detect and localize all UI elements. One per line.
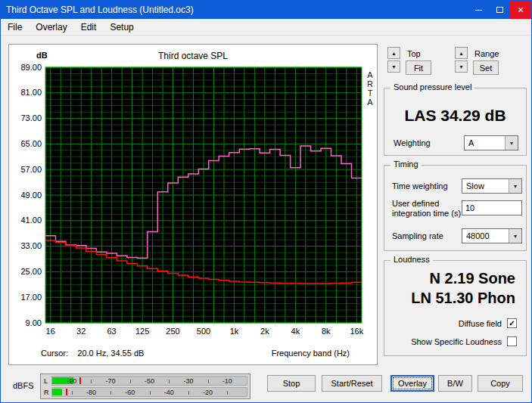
level-meter: L -90-70-50-30-10 R -80-60-40-20 <box>40 374 250 399</box>
fit-button[interactable]: Fit <box>406 60 431 75</box>
menu-file[interactable]: File <box>1 20 29 35</box>
title-bar[interactable]: Third Octave SPL and Loudness (Untitled.… <box>1 1 531 19</box>
chevron-down-icon[interactable]: ▼ <box>505 136 518 150</box>
sampling-rate-select[interactable]: 48000 ▼ <box>462 228 522 243</box>
range-down-button[interactable]: ▼ <box>455 60 468 73</box>
overlay-button[interactable]: Overlay <box>390 375 434 392</box>
specific-loudness-checkbox[interactable] <box>507 336 517 346</box>
minimize-icon <box>475 10 482 11</box>
arrow-up-icon: ▲ <box>391 51 397 56</box>
svg-text:2k: 2k <box>260 327 269 336</box>
top-label: Top <box>407 49 421 58</box>
svg-text:500: 500 <box>197 327 210 336</box>
time-weighting-label: Time weighting <box>392 181 448 191</box>
svg-text:65.00: 65.00 <box>20 139 42 148</box>
meter-peak-indicator <box>79 377 81 384</box>
x-axis-label: Frequency band (Hz) <box>272 349 350 358</box>
svg-text:1k: 1k <box>230 327 239 336</box>
meter-peak-indicator <box>66 389 67 395</box>
arrow-up-icon: ▲ <box>459 51 464 56</box>
svg-text:81.00: 81.00 <box>20 88 42 97</box>
svg-text:16k: 16k <box>350 327 363 336</box>
svg-text:73.00: 73.00 <box>20 113 42 122</box>
chevron-down-icon[interactable]: ▼ <box>509 179 521 193</box>
copy-button[interactable]: Copy <box>478 375 523 392</box>
weighting-select[interactable]: A ▼ <box>464 135 518 150</box>
start-reset-button[interactable]: Start/Reset <box>322 375 382 392</box>
maximize-icon <box>496 7 503 13</box>
caption-buttons: × <box>468 1 531 19</box>
svg-text:17.00: 17.00 <box>20 293 42 302</box>
menu-overlay[interactable]: Overlay <box>29 20 73 35</box>
stop-button[interactable]: Stop <box>267 375 316 392</box>
svg-text:89.00: 89.00 <box>20 63 42 72</box>
svg-text:57.00: 57.00 <box>20 165 42 174</box>
set-button[interactable]: Set <box>473 60 499 75</box>
phon-readout: LN 51.30 Phon <box>411 290 515 307</box>
integration-time-input[interactable] <box>462 200 522 215</box>
close-button[interactable]: × <box>510 1 531 19</box>
sone-readout: N 2.19 Sone <box>430 270 515 287</box>
diffuse-field-label: Diffuse field <box>459 319 502 328</box>
loudness-group-title: Loudness <box>390 255 433 264</box>
svg-text:33.00: 33.00 <box>20 241 42 250</box>
top-up-button[interactable]: ▲ <box>387 47 400 59</box>
meter-track-right: -80-60-40-20 <box>51 387 247 397</box>
specific-loudness-row: Show Specific Loudness <box>411 336 517 346</box>
svg-text:250: 250 <box>166 327 179 336</box>
svg-text:125: 125 <box>135 327 149 336</box>
arrow-down-icon: ▼ <box>391 64 397 70</box>
svg-text:8k: 8k <box>322 327 331 336</box>
app-window: Third Octave SPL and Loudness (Untitled.… <box>0 0 532 403</box>
svg-text:9.00: 9.00 <box>26 318 42 327</box>
diffuse-field-row: Diffuse field <box>459 318 517 328</box>
weighting-label: Weighting <box>394 138 431 147</box>
sampling-rate-label: Sampling rate <box>392 231 443 240</box>
menu-edit[interactable]: Edit <box>74 20 104 35</box>
spl-plot[interactable]: 89.0081.0073.0065.0057.0049.0041.0033.00… <box>11 61 375 346</box>
meter-fill <box>52 389 62 395</box>
time-weighting-value: Slow <box>462 179 509 193</box>
integration-time-label-line1: User defined <box>392 199 439 208</box>
chart-panel: dB Third octave SPL 89.0081.0073.0065.00… <box>8 44 378 365</box>
svg-text:4k: 4k <box>291 327 300 336</box>
timing-group: Timing Time weighting Slow ▼ User define… <box>384 165 527 251</box>
meter-channel-left-label: L <box>43 377 51 385</box>
time-weighting-select[interactable]: Slow ▼ <box>462 178 522 194</box>
range-label: Range <box>474 49 499 58</box>
maximize-button[interactable] <box>489 1 510 19</box>
spl-group-title: Sound pressure level <box>390 82 474 91</box>
arrow-down-icon: ▼ <box>459 64 464 70</box>
spl-readout: LAS 34.29 dB <box>384 107 526 125</box>
minimize-button[interactable] <box>468 1 489 19</box>
chart-title: Third octave SPL <box>9 51 377 61</box>
spl-group: Sound pressure level LAS 34.29 dB Weight… <box>384 88 527 156</box>
meter-row-left: L -90-70-50-30-10 <box>43 375 247 386</box>
bw-button[interactable]: B/W <box>438 375 472 392</box>
timing-group-title: Timing <box>390 160 422 169</box>
window-title: Third Octave SPL and Loudness (Untitled.… <box>1 5 468 15</box>
svg-text:41.00: 41.00 <box>20 215 42 225</box>
close-icon: × <box>518 4 524 16</box>
specific-loudness-label: Show Specific Loudness <box>411 337 502 346</box>
meter-channel-right-label: R <box>43 389 51 396</box>
meter-row-right: R -80-60-40-20 <box>43 386 247 398</box>
menu-setup[interactable]: Setup <box>103 20 140 35</box>
diffuse-field-checkbox[interactable] <box>507 318 517 328</box>
range-up-button[interactable]: ▲ <box>455 47 468 59</box>
loudness-group: Loudness N 2.19 Sone LN 51.30 Phon Diffu… <box>384 260 527 356</box>
cursor-readout: Cursor: 20.0 Hz, 34.55 dB <box>41 349 144 358</box>
meter-track-left: -90-70-50-30-10 <box>51 376 247 386</box>
svg-text:49.00: 49.00 <box>20 191 42 200</box>
integration-time-label-line2: integration time (s) <box>392 209 461 218</box>
svg-text:16: 16 <box>46 327 55 336</box>
top-down-button[interactable]: ▼ <box>387 60 400 73</box>
chevron-down-icon[interactable]: ▼ <box>509 229 521 243</box>
svg-text:63: 63 <box>107 327 116 336</box>
svg-text:25.00: 25.00 <box>20 267 42 276</box>
arta-watermark: A R T A <box>367 70 373 107</box>
svg-text:32: 32 <box>76 327 86 336</box>
weighting-value: A <box>465 136 505 150</box>
dbfs-label: dBFS <box>13 381 34 390</box>
menu-bar: File Overlay Edit Setup <box>1 19 531 36</box>
